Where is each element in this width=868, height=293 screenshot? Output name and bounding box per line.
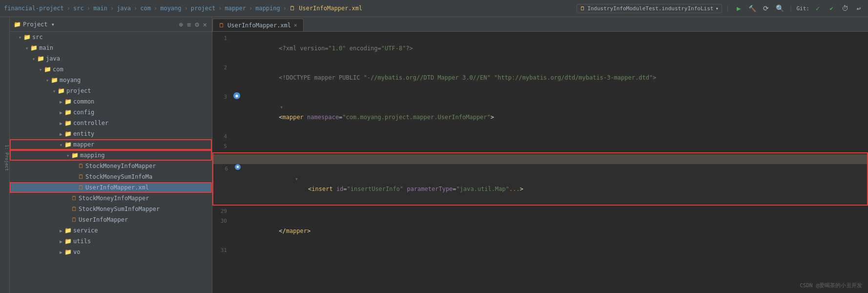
folder-icon-mapper: 📁 xyxy=(64,141,72,148)
code-line-30: 30 </mapper> xyxy=(212,216,868,246)
git-revert-button[interactable]: ↩ xyxy=(853,3,864,14)
tree-item-stock-money-xml[interactable]: ▶ 🗒 StockMoneyInfoMapper xyxy=(10,161,212,171)
label-common: common xyxy=(73,98,94,105)
git-history-button[interactable]: ⏱ xyxy=(840,3,850,14)
breadcrumb: financial-project › src › main › java › … xyxy=(4,5,362,12)
line-num-2: 2 xyxy=(212,63,232,73)
toggle-service[interactable]: ▶ xyxy=(58,228,64,233)
tab-userinfomapper[interactable]: 🗒 UserInfoMapper.xml ✕ xyxy=(212,19,304,31)
git-push-button[interactable]: ✔ xyxy=(826,3,837,14)
chevron-down-icon: ▾ xyxy=(715,5,719,12)
git-label: Git: xyxy=(797,5,810,12)
toggle-utils[interactable]: ▶ xyxy=(58,239,64,244)
toggle-common[interactable]: ▶ xyxy=(58,99,64,105)
folder-icon-controller: 📁 xyxy=(64,120,72,126)
toggle-controller[interactable]: ▶ xyxy=(58,121,64,126)
tree-item-moyang[interactable]: ▾ 📁 moyang xyxy=(10,75,212,85)
crumb-file[interactable]: 🗒 UserInfoMapper.xml xyxy=(289,5,362,12)
tree-item-mapping[interactable]: ▾ 📁 mapping xyxy=(10,150,212,161)
code-line-6-content: 6 ● ▾ <insert id="insertUserInfo" parame… xyxy=(213,164,867,204)
tree-item-mapper[interactable]: ▾ 📁 mapper xyxy=(10,139,212,150)
label-controller: controller xyxy=(73,120,108,126)
label-stock-sum-java: StockMoneySumInfoMapper xyxy=(79,206,160,212)
tree-item-utils[interactable]: ▶ 📁 utils xyxy=(10,236,212,247)
tab-icon: 🗒 xyxy=(219,22,225,29)
tree-item-common[interactable]: ▶ 📁 common xyxy=(10,96,212,107)
reload-button[interactable]: ⟳ xyxy=(761,3,771,14)
crumb-mapper[interactable]: mapper xyxy=(225,5,246,12)
toggle-vo[interactable]: ▶ xyxy=(58,250,64,255)
search-button[interactable]: 🔍 xyxy=(774,3,785,14)
tab-close-button[interactable]: ✕ xyxy=(294,22,297,28)
main-content: 1: Project 📁 Project ▾ ⊕ ≡ ⚙ ✕ ▾ 📁 src xyxy=(0,17,868,293)
folder-icon-vo: 📁 xyxy=(64,249,72,255)
settings-button[interactable]: ⚙ xyxy=(194,20,200,29)
git-check-button[interactable]: ✓ xyxy=(812,3,823,14)
toggle-mapper[interactable]: ▾ xyxy=(58,142,64,147)
tree-item-stock-money-java[interactable]: ▶ 🗒 StockMoneyInfoMapper xyxy=(10,193,212,204)
crumb-src[interactable]: src xyxy=(73,5,84,12)
label-entity: entity xyxy=(73,130,94,137)
toggle-project[interactable]: ▾ xyxy=(51,88,58,94)
crumb-java[interactable]: java xyxy=(117,5,131,12)
tree-item-config[interactable]: ▶ 📁 config xyxy=(10,107,212,118)
crumb-com[interactable]: com xyxy=(140,5,151,12)
title-bar: financial-project › src › main › java › … xyxy=(0,0,868,17)
close-panel-button[interactable]: ✕ xyxy=(202,20,208,29)
tree-item-stock-sum-xml[interactable]: ▶ 🗒 StockMoneySumInfoMa xyxy=(10,171,212,182)
collapse-all-button[interactable]: ≡ xyxy=(186,20,192,29)
crumb-moyang[interactable]: moyang xyxy=(160,5,181,12)
crumb-main[interactable]: main xyxy=(93,5,107,12)
folder-icon-entity: 📁 xyxy=(64,130,72,137)
code-editor[interactable]: 1 <?xml version="1.0" encoding="UTF-8"?>… xyxy=(212,32,868,293)
tree-item-src[interactable]: ▾ 📁 src xyxy=(10,32,212,42)
folder-icon-main: 📁 xyxy=(30,44,38,51)
tree-item-userinfo-xml[interactable]: ▶ 🗒 UserInfoMapper.xml xyxy=(10,182,212,193)
side-panel-indicator: 1: Project xyxy=(0,17,10,293)
label-userinfo-java: UserInfoMapper xyxy=(79,216,128,223)
tree-item-java[interactable]: ▾ 📁 java xyxy=(10,53,212,64)
toggle-com[interactable]: ▾ xyxy=(37,67,44,72)
crumb-project[interactable]: project xyxy=(191,5,216,12)
run-button[interactable]: ▶ xyxy=(733,3,744,14)
toggle-main[interactable]: ▾ xyxy=(23,45,30,51)
folder-icon-mapping: 📁 xyxy=(71,152,79,159)
build-button[interactable]: 🔨 xyxy=(747,3,758,14)
fold-6[interactable]: ▾ xyxy=(294,176,299,182)
crumb-mapping[interactable]: mapping xyxy=(255,5,280,12)
toggle-mapping[interactable]: ▾ xyxy=(64,153,71,158)
label-stock-sum-xml: StockMoneySumInfoMa xyxy=(85,173,152,180)
label-vo: vo xyxy=(73,249,80,255)
locate-file-button[interactable]: ⊕ xyxy=(178,20,184,29)
folder-icon-service: 📁 xyxy=(64,227,72,234)
line-num-29: 29 xyxy=(212,207,232,216)
insert-block-highlight: 6 ● ▾ <insert id="insertUserInfo" parame… xyxy=(212,152,868,206)
toggle-moyang[interactable]: ▾ xyxy=(44,78,51,83)
nav-file-dropdown[interactable]: 🗒 IndustryInfoModuleTest.industryInfoLis… xyxy=(577,4,722,13)
label-com: com xyxy=(53,66,63,73)
fold-3[interactable]: ▾ xyxy=(279,104,284,110)
tree-item-stock-sum-java[interactable]: ▶ 🗒 StockMoneySumInfoMapper xyxy=(10,204,212,214)
tree-item-com[interactable]: ▾ 📁 com xyxy=(10,64,212,75)
tree-item-service[interactable]: ▶ 📁 service xyxy=(10,225,212,236)
tree-item-vo[interactable]: ▶ 📁 vo xyxy=(10,247,212,257)
editor-area: 🗒 UserInfoMapper.xml ✕ 1 <?xml version="… xyxy=(212,17,868,293)
line-content-6: ▾ <insert id="insertUserInfo" parameterT… xyxy=(243,164,867,204)
code-line-31: 31 xyxy=(212,246,868,255)
toggle-java[interactable]: ▾ xyxy=(30,56,37,62)
toggle-entity[interactable]: ▶ xyxy=(58,131,64,137)
toggle-config[interactable]: ▶ xyxy=(58,110,64,115)
tree-item-userinfo-java[interactable]: ▶ 🗒 UserInfoMapper xyxy=(10,214,212,225)
tree-item-entity[interactable]: ▶ 📁 entity xyxy=(10,128,212,139)
folder-icon-project: 📁 xyxy=(58,87,65,94)
tree-item-main[interactable]: ▾ 📁 main xyxy=(10,42,212,53)
line-num-4: 4 xyxy=(212,132,232,142)
panel-indicator-label: 1: Project xyxy=(4,145,9,171)
line-num-5: 5 xyxy=(212,142,232,151)
toggle-src[interactable]: ▾ xyxy=(17,35,23,40)
tree-item-project[interactable]: ▾ 📁 project xyxy=(10,85,212,96)
java-icon-userinfo: 🗒 xyxy=(71,216,77,223)
label-mapping: mapping xyxy=(80,152,105,159)
code-line-5: 5 xyxy=(212,142,868,151)
tree-item-controller[interactable]: ▶ 📁 controller xyxy=(10,118,212,128)
